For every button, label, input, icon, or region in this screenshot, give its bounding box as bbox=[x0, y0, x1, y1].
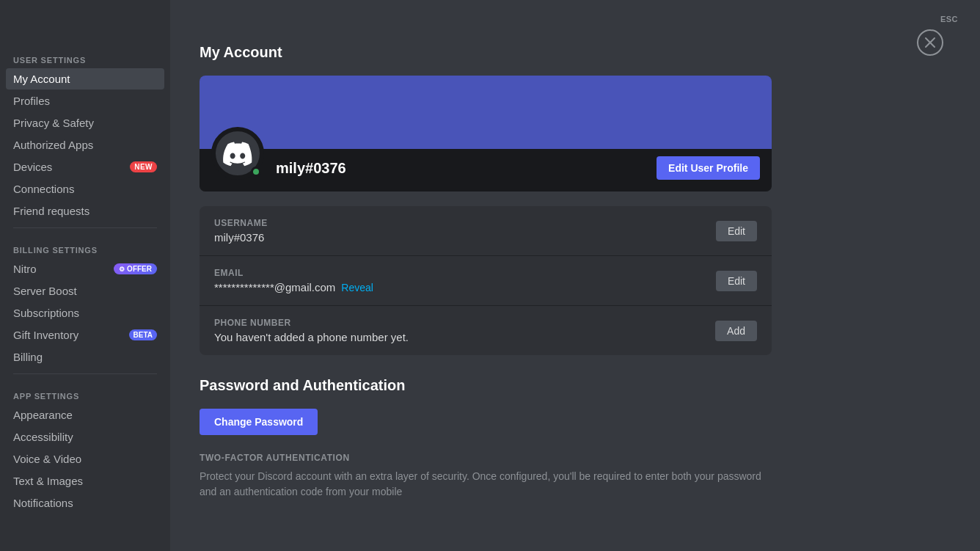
sidebar-section-label-0: USER SETTINGS bbox=[6, 44, 164, 67]
sidebar-item-connections[interactable]: Connections bbox=[6, 178, 164, 200]
sidebar-item-my-account[interactable]: My Account bbox=[6, 68, 164, 90]
email-label: EMAIL bbox=[214, 268, 373, 278]
email-reveal-link[interactable]: Reveal bbox=[341, 282, 373, 293]
sidebar-item-notifications[interactable]: Notifications bbox=[6, 492, 164, 514]
sidebar-item-voice-video[interactable]: Voice & Video bbox=[6, 448, 164, 470]
sidebar-item-privacy-safety[interactable]: Privacy & Safety bbox=[6, 112, 164, 134]
profile-banner bbox=[200, 76, 772, 149]
sidebar-item-label-accessibility: Accessibility bbox=[13, 431, 157, 443]
password-section-title: Password and Authentication bbox=[200, 377, 772, 394]
email-row: EMAIL **************@gmail.com Reveal Ed… bbox=[200, 256, 772, 306]
discord-logo-icon bbox=[222, 137, 254, 169]
sidebar-divider-0 bbox=[13, 227, 157, 228]
sidebar-item-accessibility[interactable]: Accessibility bbox=[6, 426, 164, 448]
sidebar-item-nitro[interactable]: NitroOFFER bbox=[6, 258, 164, 280]
sidebar-item-friend-requests[interactable]: Friend requests bbox=[6, 200, 164, 222]
sidebar-item-label-privacy-safety: Privacy & Safety bbox=[13, 117, 157, 129]
phone-add-button[interactable]: Add bbox=[715, 321, 757, 341]
sidebar-item-server-boost[interactable]: Server Boost bbox=[6, 280, 164, 302]
username-row: USERNAME mily#0376 Edit bbox=[200, 206, 772, 256]
sidebar-item-authorized-apps[interactable]: Authorized Apps bbox=[6, 134, 164, 156]
sidebar-item-label-connections: Connections bbox=[13, 183, 157, 195]
sidebar-item-billing[interactable]: Billing bbox=[6, 346, 164, 368]
sidebar-item-label-friend-requests: Friend requests bbox=[13, 205, 157, 217]
sidebar-section-label-2: APP SETTINGS bbox=[6, 380, 164, 404]
close-button-wrapper: ESC bbox=[940, 15, 958, 23]
main-area: My Account mily#0376 Edit User Profile bbox=[170, 0, 980, 551]
sidebar-item-label-devices: Devices bbox=[13, 161, 130, 173]
phone-value: You haven't added a phone number yet. bbox=[214, 331, 409, 343]
sidebar: USER SETTINGSMy AccountProfilesPrivacy &… bbox=[0, 0, 170, 551]
password-section: Password and Authentication Change Passw… bbox=[200, 377, 772, 500]
edit-profile-button[interactable]: Edit User Profile bbox=[657, 156, 760, 180]
username-label: USERNAME bbox=[214, 218, 268, 228]
sidebar-divider-1 bbox=[13, 373, 157, 374]
sidebar-item-gift-inventory[interactable]: Gift InventoryBETA bbox=[6, 324, 164, 346]
profile-username: mily#0376 bbox=[276, 153, 657, 177]
sidebar-item-label-billing: Billing bbox=[13, 351, 157, 363]
username-edit-button[interactable]: Edit bbox=[716, 221, 757, 241]
sidebar-item-label-notifications: Notifications bbox=[13, 497, 157, 509]
profile-card: mily#0376 Edit User Profile bbox=[200, 76, 772, 191]
sidebar-item-appearance[interactable]: Appearance bbox=[6, 404, 164, 426]
email-edit-button[interactable]: Edit bbox=[716, 271, 757, 291]
phone-content: PHONE NUMBER You haven't added a phone n… bbox=[214, 318, 409, 343]
two-fa-label: TWO-FACTOR AUTHENTICATION bbox=[200, 453, 772, 463]
badge-new-devices: NEW bbox=[130, 161, 157, 172]
sidebar-item-subscriptions[interactable]: Subscriptions bbox=[6, 302, 164, 324]
sidebar-item-profiles[interactable]: Profiles bbox=[6, 90, 164, 112]
sidebar-item-text-images[interactable]: Text & Images bbox=[6, 470, 164, 492]
profile-card-body: mily#0376 Edit User Profile bbox=[200, 149, 772, 191]
sidebar-item-label-my-account: My Account bbox=[13, 73, 157, 85]
change-password-button[interactable]: Change Password bbox=[200, 409, 318, 435]
content-area: My Account mily#0376 Edit User Profile bbox=[170, 0, 801, 551]
sidebar-item-label-profiles: Profiles bbox=[13, 95, 157, 107]
username-content: USERNAME mily#0376 bbox=[214, 218, 268, 244]
email-masked: **************@gmail.com bbox=[214, 281, 335, 293]
sidebar-item-label-subscriptions: Subscriptions bbox=[13, 307, 157, 319]
page-title: My Account bbox=[200, 44, 772, 61]
status-dot bbox=[251, 167, 261, 177]
phone-label: PHONE NUMBER bbox=[214, 318, 409, 328]
badge-beta-gift-inventory: BETA bbox=[129, 329, 157, 340]
sidebar-item-label-text-images: Text & Images bbox=[13, 475, 157, 487]
sidebar-item-label-server-boost: Server Boost bbox=[13, 285, 157, 297]
esc-label: ESC bbox=[940, 15, 958, 23]
username-value: mily#0376 bbox=[214, 231, 268, 244]
badge-offer-nitro: OFFER bbox=[114, 263, 157, 274]
info-section: USERNAME mily#0376 Edit EMAIL **********… bbox=[200, 206, 772, 355]
sidebar-item-devices[interactable]: DevicesNEW bbox=[6, 156, 164, 178]
close-button[interactable] bbox=[917, 29, 943, 56]
sidebar-item-label-gift-inventory: Gift Inventory bbox=[13, 329, 129, 341]
sidebar-item-label-nitro: Nitro bbox=[13, 263, 114, 275]
sidebar-item-label-authorized-apps: Authorized Apps bbox=[13, 139, 157, 151]
close-icon bbox=[924, 37, 936, 48]
sidebar-item-label-voice-video: Voice & Video bbox=[13, 453, 157, 465]
avatar-wrapper bbox=[211, 127, 264, 180]
email-value: **************@gmail.com Reveal bbox=[214, 281, 373, 293]
phone-row: PHONE NUMBER You haven't added a phone n… bbox=[200, 306, 772, 355]
sidebar-item-label-appearance: Appearance bbox=[13, 409, 157, 421]
sidebar-section-label-1: BILLING SETTINGS bbox=[6, 234, 164, 258]
two-fa-description: Protect your Discord account with an ext… bbox=[200, 469, 772, 500]
email-content: EMAIL **************@gmail.com Reveal bbox=[214, 268, 373, 293]
